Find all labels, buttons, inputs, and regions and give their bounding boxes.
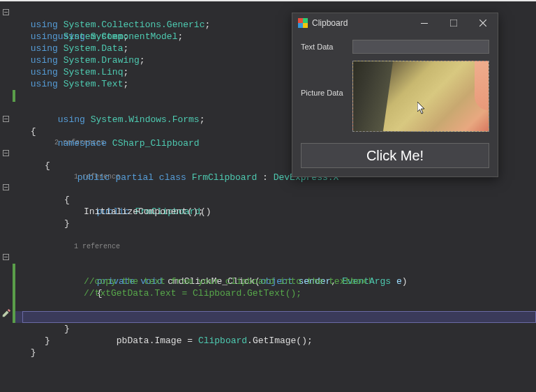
text-data-label: Text Data [301,43,352,51]
namespace-ref: System.ComponentModel [64,31,178,42]
outline-collapse-icon[interactable] [3,254,9,260]
namespace-ref: System.Drawing [64,55,140,66]
editor-gutter [0,1,15,392]
comment-line: //copy the text from your clipboard into… [84,276,372,287]
click-me-button[interactable]: Click Me! [301,143,489,168]
method-call: InitializeComponent [84,206,187,217]
keyword-namespace: namespace [58,138,107,149]
minimize-icon [421,20,428,27]
keyword-using: using [31,20,58,30]
text-data-input[interactable] [352,40,489,54]
minimize-button[interactable] [410,13,439,33]
namespace-ref: System.Text [64,79,124,89]
keyword-using: using [31,43,58,54]
namespace-ref: System.Linq [64,67,124,77]
keyword-using: using [31,55,58,66]
keyword-using: using [31,67,58,77]
svg-rect-0 [421,23,428,24]
outline-collapse-icon[interactable] [3,150,9,156]
namespace-ref: System.Collections.Generic [64,20,205,30]
maximize-icon [450,20,457,27]
outline-collapse-icon[interactable] [3,184,9,190]
namespace-ref: System.Data [64,43,124,54]
picture-data-label: Picture Data [301,61,352,97]
clipboard-form-window[interactable]: Clipboard Text Data Picture Data [292,13,498,177]
maximize-button[interactable] [439,13,468,33]
app-icon [298,18,308,28]
namespace-name: CSharp_Clipboard [112,138,200,149]
title-bar[interactable]: Clipboard [292,13,498,33]
window-title: Clipboard [312,18,348,28]
change-marker [13,90,15,102]
close-button[interactable] [468,13,498,33]
close-icon [479,20,486,27]
change-marker [13,311,15,323]
picture-data-box[interactable] [352,61,489,132]
outline-collapse-icon[interactable] [3,116,9,122]
svg-rect-1 [450,20,457,27]
codelens-references[interactable]: 1 reference [25,243,120,250]
comment-line: //txtGetData.Text = Clipboard.GetText(); [84,288,302,299]
keyword-using: using [31,79,58,89]
outline-collapse-icon[interactable] [3,9,9,15]
cursor-icon [417,102,426,114]
current-line[interactable]: pbData.Image = Clipboard.GetImage(); [15,311,536,323]
pencil-icon [1,308,11,318]
class-name: FrmClipboard [192,172,258,183]
keyword-using: using [31,31,58,42]
class-modifiers: public partial class [77,172,186,183]
